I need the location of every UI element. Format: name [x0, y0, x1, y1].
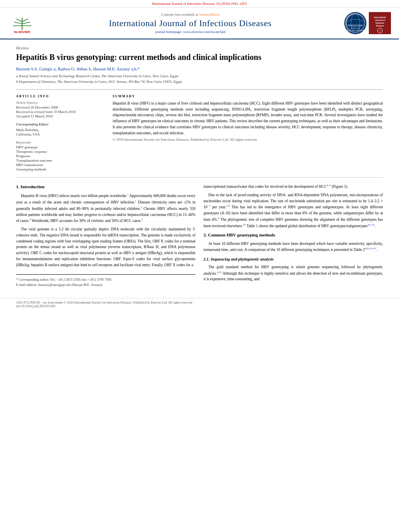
- intro-heading: 1. Introduction: [16, 183, 195, 190]
- article-title: Hepatitis B virus genotyping: current me…: [16, 52, 383, 62]
- svg-point-9: [346, 14, 364, 32]
- journal-title-block: Contents lists available at ScienceDirec…: [40, 12, 340, 34]
- journal-cover-logo: International Journal of Infectious Dise…: [369, 12, 391, 34]
- article-info-summary: ARTICLE INFO Article history: Received 2…: [16, 89, 383, 172]
- summary-label: SUMMARY: [113, 94, 383, 98]
- body-right-col: transcriptional transactivator that code…: [204, 183, 383, 288]
- sequencing-heading: 2.1. Sequencing and phylogenetic analysi…: [204, 256, 383, 263]
- svg-text:Journal of: Journal of: [375, 19, 385, 21]
- right-para-3: At least 10 different HBV genotyping met…: [204, 241, 383, 253]
- footnote-email: E-mail address: hazzazy@aucegypt.edu (Ha…: [16, 282, 195, 288]
- svg-text:International: International: [374, 16, 386, 18]
- keyword-3: Prognosis: [16, 154, 105, 158]
- affiliations: a Yousef Jameel Science and Technology R…: [16, 74, 383, 84]
- body-section: 1. Introduction Hepatitis B virus (HBV) …: [16, 183, 383, 288]
- society-globe-logo: INTERNATIONAL SOCIETY FOR INFECTIOUS DIS…: [344, 12, 366, 34]
- summary-text: Hepatitis B virus (HBV) is a major cause…: [113, 101, 383, 136]
- accepted-date: Accepted 11 March 2010: [16, 114, 105, 118]
- svg-text:SOCIETY FOR: SOCIETY FOR: [350, 28, 360, 29]
- keywords-section: Keywords: HBV genotype Therapeutic respo…: [16, 140, 105, 171]
- article-type-label: Review: [16, 45, 383, 50]
- journal-header: ELSEVIER Contents lists available at Sci…: [0, 8, 399, 39]
- svg-text:Infectious: Infectious: [376, 22, 385, 24]
- affiliation-1: a Yousef Jameel Science and Technology R…: [16, 74, 383, 79]
- affiliation-2: b Department of Chemistry, The American …: [16, 79, 383, 85]
- footnote-corresp: * Corresponding author. Tel.: +20 2 2615…: [16, 277, 195, 282]
- corresp-editor-label: Corresponding Editor:: [16, 122, 105, 126]
- doi-line: doi:10.1016/j.ijid.2010.03.020: [16, 304, 383, 308]
- keywords-label: Keywords:: [16, 140, 105, 144]
- body-left-col: 1. Introduction Hepatitis B virus (HBV) …: [16, 183, 195, 288]
- revised-date: Received in revised form 10 March 2010: [16, 110, 105, 114]
- corresponding-editor-block: Corresponding Editor: Mark Holodniy, Cal…: [16, 122, 105, 136]
- summary-col: SUMMARY Hepatitis B virus (HBV) is a maj…: [113, 94, 383, 172]
- svg-text:INTERNATIONAL: INTERNATIONAL: [348, 25, 363, 27]
- elsevier-logo: ELSEVIER: [8, 12, 36, 35]
- article-info-label: ARTICLE INFO: [16, 94, 105, 98]
- keyword-1: HBV genotype: [16, 145, 105, 149]
- svg-text:Diseases: Diseases: [376, 25, 384, 27]
- svg-text:ELSEVIER: ELSEVIER: [14, 30, 30, 34]
- right-logos: INTERNATIONAL SOCIETY FOR INFECTIOUS DIS…: [344, 12, 391, 34]
- keyword-5: HBV transmission: [16, 163, 105, 167]
- right-para-1: transcriptional transactivator that code…: [204, 183, 383, 190]
- keyword-4: Transplantation outcome: [16, 158, 105, 162]
- main-content: Review Hepatitis B virus genotyping: cur…: [0, 39, 399, 294]
- sciencedirect-link[interactable]: ScienceDirect: [199, 12, 219, 16]
- contents-line: Contents lists available at ScienceDirec…: [40, 12, 340, 16]
- keyword-2: Therapeutic response: [16, 150, 105, 154]
- top-bar: International Journal of Infectious Dise…: [0, 0, 399, 8]
- right-para-2: Due to the lack of proof-reading activit…: [204, 192, 383, 229]
- article-info-col: ARTICLE INFO Article history: Received 2…: [16, 94, 105, 172]
- corresp-editor-name: Mark Holodniy,: [16, 128, 105, 132]
- authors-line: Bassem S.S. Guirgis a, Radwa O. Abbas b,…: [16, 66, 383, 71]
- journal-citation: International Journal of Infectious Dise…: [152, 2, 247, 6]
- copyright-line: © 2010 International Society for Infecti…: [113, 138, 383, 142]
- homepage-url[interactable]: www.elsevier.com/locate/ijid: [183, 30, 225, 34]
- corresp-editor-addr: California, USA: [16, 132, 105, 136]
- intro-para-1: Hepatitis B virus (HBV) infects nearly t…: [16, 193, 195, 224]
- section-divider: [16, 177, 383, 178]
- bottom-copyright: 1201-9712/$36.00 – see front matter © 20…: [16, 301, 383, 304]
- journal-homepage: journal homepage: www.elsevier.com/locat…: [40, 30, 340, 34]
- svg-text:⚕: ⚕: [379, 30, 380, 32]
- bottom-bar: 1201-9712/$36.00 – see front matter © 20…: [0, 298, 399, 310]
- svg-text:INFECTIOUS DISEASES: INFECTIOUS DISEASES: [347, 30, 364, 31]
- methods-heading: 2. Common HBV genotyping methods: [204, 232, 383, 238]
- received-date: Received 26 December 2008: [16, 105, 105, 109]
- right-para-4: The gold standard method for HBV genotyp…: [204, 264, 383, 282]
- journal-name: International Journal of Infectious Dise…: [40, 18, 340, 29]
- keyword-6: Genotyping methods: [16, 167, 105, 171]
- history-label: Article history:: [16, 101, 105, 105]
- footnote-section: * Corresponding author. Tel.: +20 2 2615…: [16, 274, 195, 288]
- intro-para-2: The viral genome is a 3.2 kb circular pa…: [16, 226, 195, 268]
